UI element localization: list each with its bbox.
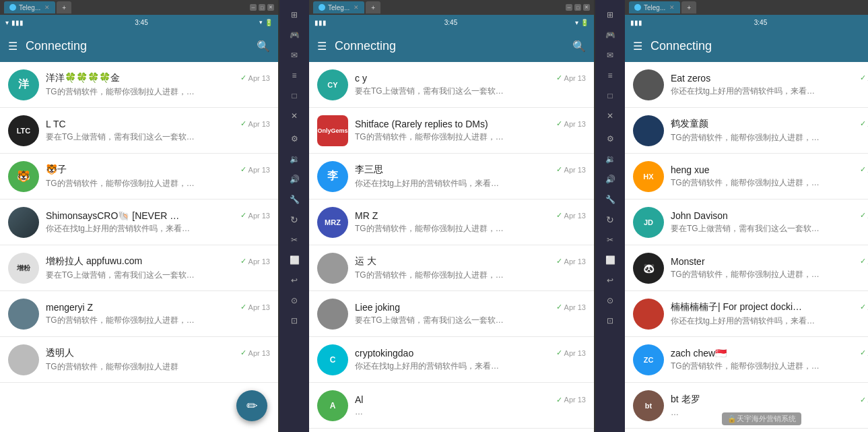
chat-item-3-6[interactable]: 楠楠楠楠子| For project dockin… ✓Apr 13 你还在找t… (625, 291, 868, 337)
menu-icon-1[interactable]: ☰ (8, 40, 18, 53)
side-btn-home[interactable]: ⊙ (281, 291, 307, 310)
chat-time-1-4: ✓Apr 13 (240, 211, 270, 220)
chat-item-1-4[interactable]: ShimonsaysCRO🐚 [NEVER D… ✓Apr 13 你还在找tg上… (0, 199, 278, 245)
side-btn-game[interactable]: 🎮 (281, 26, 307, 44)
browser-tab-1b[interactable]: + (57, 1, 71, 13)
chat-item-3-4[interactable]: JD John Davison ✓Apr 13 要在TG上做营销，需有我们这么一… (625, 199, 868, 245)
side-btn2-close[interactable]: ✕ (597, 106, 623, 125)
maximize-btn-1[interactable]: □ (259, 4, 265, 11)
chat-list-1[interactable]: 洋 洋洋🍀🍀🍀🍀金 ✓Apr 13 TG的营销软件，能帮你强制拉人进群，… LT… (0, 62, 278, 432)
browser-tab-3b[interactable]: + (681, 1, 696, 13)
chat-item-1-1[interactable]: 洋 洋洋🍀🍀🍀🍀金 ✓Apr 13 TG的营销软件，能帮你强制拉人进群，… (0, 62, 278, 108)
tab-close-2[interactable]: ✕ (354, 4, 359, 11)
side-btn2-menu[interactable]: ≡ (597, 66, 623, 85)
side-btn-back[interactable]: ↩ (281, 271, 307, 290)
chat-item-3-3[interactable]: HX heng xue ✓Apr 13 TG的营销软件，能帮你强制拉人进群，… (625, 154, 868, 199)
menu-icon-3[interactable]: ☰ (633, 40, 642, 53)
chat-item-2-1[interactable]: CY c y ✓Apr 13 要在TG上做营销，需有我们这么一套软… (309, 62, 594, 108)
tab-close-3[interactable]: ✕ (669, 4, 675, 11)
browser-tab-1-active[interactable]: Teleg... ✕ (4, 1, 55, 13)
side-btn-apps[interactable]: ⊡ (281, 311, 307, 330)
chat-list-2[interactable]: CY c y ✓Apr 13 要在TG上做营销，需有我们这么一套软… OnlyG… (309, 62, 594, 432)
side-btn2-settings[interactable]: ⚙ (597, 129, 623, 148)
chat-top-2-8: Al ✓Apr 13 (355, 394, 586, 405)
chat-item-3-2[interactable]: 鹤发童颜 ✓Apr 13 TG的营销软件，能帮你强制拉人进群，… (625, 108, 868, 154)
tab-close-1[interactable]: ✕ (44, 4, 50, 11)
browser-chrome-2: Teleg... ✕ + ─ □ ✕ (309, 0, 594, 15)
side-btn-tool[interactable]: 🔧 (281, 190, 307, 209)
chat-item-1-3[interactable]: 🐯 🐯子 ✓Apr 13 TG的营销软件，能帮你强制拉人进群，… (0, 154, 278, 199)
tab-bar-2: Teleg... ✕ + (313, 1, 563, 13)
side-btn-rotate[interactable]: ↻ (281, 210, 307, 229)
minimize-btn-2[interactable]: ─ (566, 4, 572, 11)
chat-top-3-1: Eat zeros ✓Apr 13 (671, 73, 868, 84)
chat-item-1-6[interactable]: mengeryi Z ✓Apr 13 TG的营销软件，能帮你强制拉人进群，… (0, 291, 278, 337)
chat-item-2-3[interactable]: 李 李三思 ✓Apr 13 你还在找tg上好用的营销软件吗，来看… (309, 154, 594, 199)
chat-item-2-7[interactable]: C cryptokingdao ✓Apr 13 你还在找tg上好用的营销软件吗，… (309, 337, 594, 383)
side-btn2-grid[interactable]: ⊞ (597, 5, 623, 24)
chat-item-2-5[interactable]: 运 大 ✓Apr 13 TG的营销软件，能帮你强制拉人进群，… (309, 245, 594, 291)
chat-item-3-7[interactable]: ZC zach chew🇸🇬 ✓Apr 13 TG的营销软件，能帮你强制拉人进群… (625, 337, 868, 383)
side-btn2-apps[interactable]: ⊡ (597, 311, 623, 330)
chat-content-2-6: Liee joking ✓Apr 13 要在TG上做营销，需有我们这么一套软… (355, 302, 586, 326)
side-btn-settings[interactable]: ⚙ (281, 129, 307, 148)
menu-icon-2[interactable]: ☰ (317, 40, 327, 53)
side-btn2-vol-up[interactable]: 🔊 (597, 170, 623, 189)
side-btn-mail[interactable]: ✉ (281, 46, 307, 65)
side-btn2-game[interactable]: 🎮 (597, 26, 623, 44)
chat-item-1-7[interactable]: 透明人 ✓Apr 13 TG的营销软件，能帮你强制拉人进群 (0, 337, 278, 383)
avatar-3-4: JD (633, 207, 664, 238)
chat-item-1-2[interactable]: LTC L TC ✓Apr 13 要在TG上做营销，需有我们这么一套软… (0, 108, 278, 154)
chat-item-1-5[interactable]: 增粉 增粉拉人 appfuwu.com ✓Apr 13 要在TG上做营销，需有我… (0, 245, 278, 291)
avatar-1-7 (8, 344, 39, 375)
side-btn-menu[interactable]: ≡ (281, 66, 307, 85)
search-button-2[interactable]: 🔍 (572, 40, 586, 53)
side-btn2-mail[interactable]: ✉ (597, 46, 623, 65)
side-btn2-vol-down[interactable]: 🔉 (597, 150, 623, 168)
minimize-btn-1[interactable]: ─ (250, 4, 257, 11)
side-btn-sq[interactable]: ⬜ (281, 251, 307, 270)
side-btn-window[interactable]: □ (281, 86, 307, 105)
side-btn2-cut[interactable]: ✂ (597, 230, 623, 249)
chat-list-3[interactable]: Eat zeros ✓Apr 13 你还在找tg上好用的营销软件吗，来看… 鹤发… (625, 62, 868, 432)
side-btn-vol-down[interactable]: 🔉 (281, 150, 307, 168)
chat-top-2-3: 李三思 ✓Apr 13 (355, 164, 586, 176)
chat-name-1-4: ShimonsaysCRO🐚 [NEVER D… (46, 210, 180, 221)
side-btn2-rotate[interactable]: ↻ (597, 210, 623, 229)
side-btn-grid[interactable]: ⊞ (281, 5, 307, 24)
browser-tab-2b[interactable]: + (366, 1, 380, 13)
side-btn2-sq[interactable]: ⬜ (597, 251, 623, 270)
chat-name-3-5: Monster (671, 256, 705, 267)
telegram-tab-icon (9, 4, 16, 11)
side-btn-vol-up[interactable]: 🔊 (281, 170, 307, 189)
chat-name-1-6: mengeryi Z (46, 302, 93, 313)
chat-item-3-5[interactable]: 🐼 Monster ✓Apr 13 TG的营销软件，能帮你强制拉人进群，… (625, 245, 868, 291)
chat-name-3-7: zach chew🇸🇬 (671, 348, 727, 359)
chat-top-3-4: John Davison ✓Apr 13 (671, 210, 868, 221)
chat-time-3-8: ✓Apr 13 (860, 396, 868, 404)
browser-tab-3-active[interactable]: Teleg... ✕ (629, 1, 680, 13)
side-toolbar-1: ⊞ 🎮 ✉ ≡ □ ✕ ⚙ 🔉 🔊 🔧 ↻ ✂ ⬜ ↩ ⊙ ⊡ (279, 0, 309, 432)
side-btn2-back[interactable]: ↩ (597, 271, 623, 290)
close-btn-2[interactable]: ✕ (583, 4, 590, 11)
chat-item-2-6[interactable]: Liee joking ✓Apr 13 要在TG上做营销，需有我们这么一套软… (309, 291, 594, 337)
compose-fab-1[interactable]: ✏ (236, 390, 267, 421)
chat-item-2-4[interactable]: MRZ MR Z ✓Apr 13 TG的营销软件，能帮你强制拉人进群，… (309, 199, 594, 245)
side-btn2-home[interactable]: ⊙ (597, 291, 623, 310)
chat-item-3-1[interactable]: Eat zeros ✓Apr 13 你还在找tg上好用的营销软件吗，来看… (625, 62, 868, 108)
avatar-2-1: CY (317, 69, 348, 100)
search-button-1[interactable]: 🔍 (257, 40, 270, 53)
avatar-1-5: 增粉 (8, 253, 39, 284)
status-left-1: ▾ ▮▮▮ (5, 19, 24, 26)
chat-item-2-2[interactable]: OnlyGems Shitface (Rarely replies to DMs… (309, 108, 594, 154)
side-btn2-window[interactable]: □ (597, 86, 623, 105)
side-btn2-tool[interactable]: 🔧 (597, 190, 623, 209)
browser-tab-2-active[interactable]: Teleg... ✕ (313, 1, 364, 13)
maximize-btn-2[interactable]: □ (574, 4, 581, 11)
close-btn-1[interactable]: ✕ (267, 4, 274, 11)
chat-name-3-2: 鹤发童颜 (671, 118, 708, 130)
chat-preview-3-1: 你还在找tg上好用的营销软件吗，来看… (671, 86, 868, 97)
side-btn-close[interactable]: ✕ (281, 106, 307, 125)
side-btn-cut[interactable]: ✂ (281, 230, 307, 249)
chat-item-2-8[interactable]: A Al ✓Apr 13 … (309, 383, 594, 429)
